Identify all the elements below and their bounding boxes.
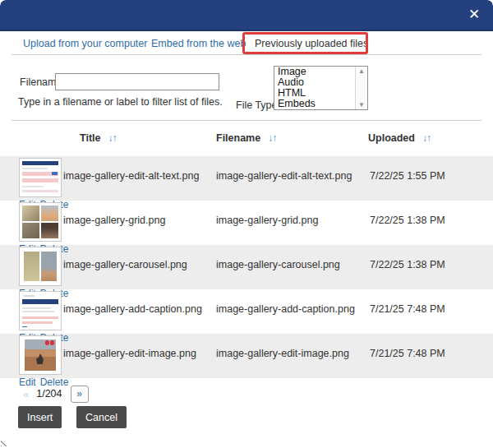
pagination: « 1/204 »	[23, 385, 89, 403]
thumbnail-image	[22, 161, 58, 194]
table-row[interactable]: EditDelete image-gallery-edit-alt-text.p…	[0, 156, 493, 201]
table-header: Title↓↑ Filename↓↑ Uploaded↓↑	[0, 132, 493, 147]
column-header-uploaded: Uploaded↓↑	[368, 132, 431, 144]
column-uploaded-label: Uploaded	[368, 132, 415, 144]
file-thumbnail-add-caption[interactable]	[19, 291, 62, 330]
file-uploaded: 7/21/25 7:48 PM	[370, 334, 493, 359]
sort-filename-icon[interactable]: ↓↑	[268, 132, 276, 144]
cancel-button[interactable]: Cancel	[76, 406, 127, 428]
sort-uploaded-icon[interactable]: ↓↑	[422, 132, 431, 144]
file-title: image-gallery-carousel.png	[63, 245, 216, 270]
column-title-label: Title	[80, 132, 100, 144]
file-filename: image-gallery-grid.png	[216, 201, 370, 226]
file-filename: image-gallery-edit-image.png	[216, 334, 370, 359]
tab-embed-from-web[interactable]: Embed from the web	[151, 33, 246, 54]
file-filename: image-gallery-add-caption.png	[216, 289, 370, 315]
thumbnail-image	[22, 339, 58, 372]
column-header-filename: Filename↓↑	[216, 132, 276, 144]
filename-input[interactable]	[55, 73, 219, 90]
column-filename-label: Filename	[216, 132, 260, 144]
file-type-listbox[interactable]: Image Audio HTML Embeds ▲ ▼	[274, 66, 368, 110]
file-title: image-gallery-grid.png	[63, 201, 216, 226]
file-thumbnail-carousel[interactable]	[19, 247, 62, 286]
tab-previously-uploaded-files[interactable]: Previously uploaded files	[255, 33, 368, 54]
table-row[interactable]: EditDelete image-gallery-carousel.png im…	[0, 245, 493, 289]
file-title: image-gallery-edit-alt-text.png	[63, 156, 216, 182]
resize-grip-icon[interactable]	[1, 438, 9, 446]
filter-divider	[12, 120, 481, 121]
file-type-label: File Type	[236, 99, 278, 111]
tab-upload-from-computer[interactable]: Upload from your computer	[23, 33, 147, 54]
tab-bar: Upload from your computer Embed from the…	[0, 33, 493, 54]
scroll-down-icon[interactable]: ▼	[358, 101, 365, 109]
thumbnail-image	[22, 294, 58, 327]
listbox-scrollbar[interactable]: ▲ ▼	[355, 67, 367, 109]
file-list: EditDelete image-gallery-edit-alt-text.p…	[0, 156, 493, 378]
next-page-button[interactable]: »	[71, 386, 89, 403]
file-title: image-gallery-edit-image.png	[63, 334, 216, 359]
file-uploaded: 7/22/25 1:38 PM	[370, 245, 493, 270]
file-uploaded: 7/22/25 1:55 PM	[370, 156, 493, 182]
close-icon[interactable]: ✕	[465, 6, 483, 24]
sort-title-icon[interactable]: ↓↑	[108, 132, 116, 144]
file-filename: image-gallery-carousel.png	[216, 245, 370, 270]
previous-page-icon[interactable]: «	[23, 388, 29, 400]
file-type-options: Image Audio HTML Embeds	[274, 67, 355, 109]
table-row[interactable]: EditDelete image-gallery-grid.png image-…	[0, 201, 493, 245]
page-indicator: 1/204	[36, 388, 62, 400]
file-filename: image-gallery-edit-alt-text.png	[216, 156, 370, 182]
file-thumbnail-edit-alt-text[interactable]	[19, 158, 62, 197]
tabs-divider	[12, 54, 481, 55]
insert-button[interactable]: Insert	[18, 406, 62, 428]
file-thumbnail-grid[interactable]	[19, 202, 62, 242]
file-type-option-embeds[interactable]: Embeds	[274, 99, 355, 109]
scroll-up-icon[interactable]: ▲	[358, 67, 365, 75]
dialog-titlebar: ✕	[0, 0, 493, 31]
column-header-title: Title↓↑	[80, 132, 116, 144]
file-uploaded: 7/21/25 7:48 PM	[370, 289, 493, 315]
filter-help-text: Type in a filename or label to filter li…	[18, 96, 223, 108]
table-row[interactable]: EditDelete image-gallery-add-caption.png…	[0, 289, 493, 334]
thumbnail-image	[22, 250, 58, 283]
upload-dialog: ✕ Upload from your computer Embed from t…	[0, 0, 493, 448]
thumbnail-image	[22, 206, 58, 238]
file-title: image-gallery-add-caption.png	[63, 289, 216, 315]
table-row[interactable]: EditDelete image-gallery-edit-image.png …	[0, 334, 493, 378]
thumb-cell: EditDelete	[19, 335, 62, 388]
file-uploaded: 7/22/25 1:38 PM	[370, 201, 493, 226]
file-thumbnail-edit-image[interactable]	[19, 335, 62, 375]
